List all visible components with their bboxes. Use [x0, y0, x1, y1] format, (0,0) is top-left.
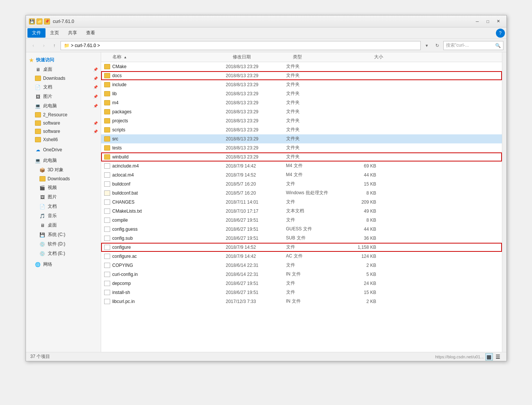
file-name: config.guess	[112, 227, 226, 232]
file-type: 文件夹	[286, 63, 339, 70]
sidebar-label-documents: 文档	[43, 84, 93, 90]
search-box[interactable]: 搜索"curl-... 🔍	[443, 41, 503, 50]
sidebar-item-software1[interactable]: software 📌	[26, 119, 101, 127]
quick-access-header[interactable]: ★ 快速访问	[26, 55, 101, 65]
file-list: CMake2018/8/13 23:29文件夹docs2018/8/13 23:…	[101, 62, 502, 352]
table-row[interactable]: lib2018/8/13 23:29文件夹	[101, 89, 502, 98]
table-row[interactable]: CHANGES2018/7/11 14:01文件209 KB	[101, 198, 502, 207]
sidebar-item-drive-c[interactable]: 💾 系统 (C:)	[26, 230, 101, 239]
file-size: 15 KB	[339, 181, 376, 187]
close-button[interactable]: ✕	[494, 18, 503, 25]
pin-icon-pictures: 📌	[93, 94, 98, 99]
address-input[interactable]: 📁 > curl-7.61.0 >	[61, 41, 421, 50]
file-icon	[104, 299, 110, 304]
table-row[interactable]: winbuild2018/8/13 23:29文件夹	[101, 152, 502, 161]
table-row[interactable]: compile2018/6/27 19:51文件8 KB	[101, 216, 502, 225]
quick-access-label: 快速访问	[36, 57, 54, 63]
col-header-type[interactable]: 类型	[293, 54, 346, 60]
sidebar-item-thispc[interactable]: 💻 此电脑	[26, 156, 101, 165]
table-row[interactable]: acinclude.m42018/7/9 14:42M4 文件69 KB	[101, 161, 502, 171]
sidebar-item-documents[interactable]: 📄 文档 📌	[26, 82, 101, 92]
sidebar-item-pc-pictures[interactable]: 🖼 图片	[26, 192, 101, 202]
help-button[interactable]: ?	[496, 29, 505, 38]
table-row[interactable]: curl-config.in2018/6/14 22:31IN 文件5 KB	[101, 270, 502, 279]
drive-c-icon: 💾	[39, 232, 45, 238]
table-row[interactable]: libcurl.pc.in2017/12/3 7:33IN 文件2 KB	[101, 297, 502, 306]
sidebar-item-drive-d[interactable]: 💿 软件 (D:)	[26, 239, 101, 249]
sidebar-item-network[interactable]: 🌐 网络	[26, 260, 101, 269]
file-size: 8 KB	[339, 218, 376, 223]
table-row[interactable]: docs2018/8/13 23:29文件夹	[101, 71, 502, 80]
menu-view[interactable]: 查看	[82, 28, 100, 38]
dropdown-button[interactable]: ▾	[422, 41, 431, 50]
sidebar-item-onedrive[interactable]: ☁ OneDrive	[26, 145, 101, 154]
file-icon	[104, 254, 110, 259]
onedrive-icon: ☁	[35, 147, 41, 153]
table-row[interactable]: projects2018/8/13 23:29文件夹	[101, 116, 502, 125]
minimize-button[interactable]: ─	[473, 18, 482, 25]
table-row[interactable]: src2018/8/13 23:29文件夹	[101, 134, 502, 143]
table-row[interactable]: CMakeLists.txt2018/7/10 17:17文本文档49 KB	[101, 207, 502, 216]
pictures-icon: 🖼	[35, 94, 41, 100]
sidebar-item-pc-downloads[interactable]: Downloads	[26, 175, 101, 183]
table-row[interactable]: configure.ac2018/7/9 14:42AC 文件124 KB	[101, 252, 502, 261]
file-date: 2018/8/13 23:29	[226, 91, 286, 96]
sidebar-item-desktop[interactable]: 🖥 桌面 📌	[26, 65, 101, 74]
col-header-date[interactable]: 修改日期	[233, 54, 293, 60]
file-type: SUB 文件	[286, 235, 339, 241]
table-row[interactable]: COPYING2018/6/14 22:31文件2 KB	[101, 261, 502, 270]
table-row[interactable]: buildconf.bat2018/5/7 16:20Windows 批处理文件…	[101, 189, 502, 198]
sidebar-item-pc-desktop[interactable]: 🖥 桌面	[26, 221, 101, 230]
sidebar-item-software2[interactable]: software 📌	[26, 127, 101, 136]
forward-button[interactable]: ›	[39, 41, 49, 50]
sidebar-item-videos[interactable]: 🎬 视频	[26, 183, 101, 192]
back-button[interactable]: ‹	[29, 41, 38, 50]
table-row[interactable]: scripts2018/8/13 23:29文件夹	[101, 125, 502, 134]
sidebar-item-2resource[interactable]: 2_Resource	[26, 111, 101, 119]
table-row[interactable]: install-sh2018/6/27 19:51文件15 KB	[101, 288, 502, 297]
refresh-button[interactable]: ↻	[433, 41, 442, 50]
sort-arrow: ▲	[124, 55, 127, 59]
file-icon	[104, 181, 110, 187]
sidebar-item-3dobjects[interactable]: 📦 3D 对象	[26, 165, 101, 175]
folder-icon	[104, 100, 110, 105]
details-view-button[interactable]: ☰	[494, 353, 502, 361]
maximize-button[interactable]: □	[483, 18, 493, 25]
sidebar-item-pictures[interactable]: 🖼 图片 📌	[26, 92, 101, 101]
sidebar-item-music[interactable]: 🎵 音乐	[26, 211, 101, 221]
col-header-size[interactable]: 大小	[346, 54, 383, 60]
sidebar-item-xshell6[interactable]: Xshell6	[26, 136, 101, 144]
list-view-button[interactable]: ▦	[485, 353, 493, 361]
sidebar-label-computer: 此电脑	[43, 103, 93, 109]
table-row[interactable]: m42018/8/13 23:29文件夹	[101, 98, 502, 107]
file-icon	[104, 245, 110, 250]
sidebar-item-pc-documents[interactable]: 📄 文档	[26, 202, 101, 211]
table-row[interactable]: aclocal.m42018/7/9 14:52M4 文件44 KB	[101, 171, 502, 180]
file-name: COPYING	[112, 263, 226, 268]
file-icon	[104, 236, 110, 241]
scrollbar-track[interactable]	[502, 52, 506, 352]
table-row[interactable]: depcomp2018/6/27 19:51文件24 KB	[101, 279, 502, 288]
sidebar-item-downloads[interactable]: Downloads 📌	[26, 74, 101, 82]
folder-icon-pc-downloads	[39, 176, 45, 181]
sidebar-label-pictures: 图片	[43, 93, 93, 100]
file-date: 2018/5/7 16:20	[226, 190, 286, 196]
table-row[interactable]: include2018/8/13 23:29文件夹	[101, 80, 502, 89]
file-date: 2018/7/9 14:52	[226, 172, 286, 178]
table-row[interactable]: configure2018/7/9 14:52文件1,158 KB	[101, 243, 502, 252]
sidebar-item-computer[interactable]: 💻 此电脑 📌	[26, 101, 101, 111]
table-row[interactable]: config.sub2018/6/27 19:51SUB 文件36 KB	[101, 234, 502, 243]
sidebar-item-drive-e[interactable]: 💿 文档 (E:)	[26, 249, 101, 258]
menu-file[interactable]: 文件	[27, 28, 45, 38]
file-size: 124 KB	[339, 254, 376, 259]
menu-home[interactable]: 主页	[45, 28, 64, 38]
table-row[interactable]: buildconf2018/5/7 16:20文件15 KB	[101, 180, 502, 189]
file-date: 2018/6/27 19:51	[226, 290, 286, 295]
menu-share[interactable]: 共享	[64, 28, 82, 38]
up-button[interactable]: ↑	[50, 41, 59, 50]
table-row[interactable]: config.guess2018/6/27 19:51GUESS 文件44 KB	[101, 225, 502, 234]
col-header-name[interactable]: 名称 ▲	[112, 54, 233, 60]
table-row[interactable]: tests2018/8/13 23:29文件夹	[101, 143, 502, 152]
table-row[interactable]: CMake2018/8/13 23:29文件夹	[101, 62, 502, 71]
table-row[interactable]: packages2018/8/13 23:29文件夹	[101, 107, 502, 116]
